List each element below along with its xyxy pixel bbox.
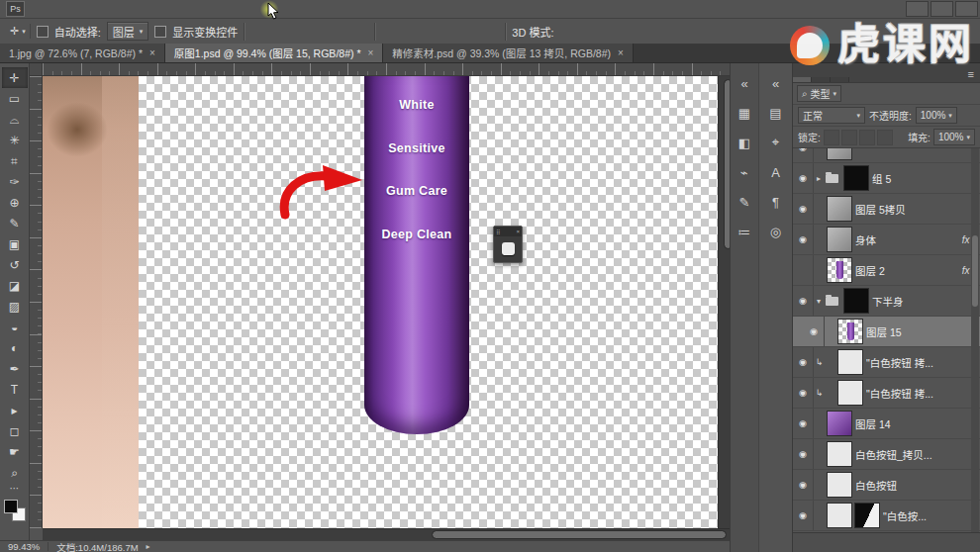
canvas[interactable]: White Sensitive Gum Care Deep Clean ⠿ × (43, 76, 730, 528)
zoom-tool[interactable]: ⌕ (2, 462, 28, 483)
move-tool[interactable]: ✛ (2, 67, 28, 88)
gradient-tool[interactable]: ▨ (2, 296, 28, 317)
menu-item[interactable] (142, 1, 155, 17)
panel-tab[interactable] (812, 77, 831, 82)
menu-item[interactable] (72, 1, 86, 17)
panel-menu-icon[interactable]: ≡ (962, 68, 980, 82)
marquee-tool[interactable]: ▭ (2, 88, 28, 109)
layer-row[interactable]: ◉ ↳ 身体 fx ▾ (793, 225, 980, 255)
visibility-toggle[interactable]: ◉ (793, 439, 814, 469)
navigator-panel-icon[interactable]: ⌖ (764, 131, 788, 154)
panel-tab[interactable] (793, 77, 812, 82)
hand-tool[interactable]: ☛ (2, 441, 28, 462)
lock-all-icon[interactable] (877, 130, 893, 145)
menu-item[interactable] (169, 1, 183, 17)
layer-name[interactable]: 图层 15 (866, 324, 980, 339)
layer-thumbnail[interactable] (838, 350, 862, 374)
close-button[interactable] (955, 1, 978, 17)
layer-thumbnail[interactable] (828, 258, 851, 282)
app-icon[interactable]: Ps (6, 1, 25, 17)
clone-source-panel-icon[interactable]: ◎ (764, 220, 788, 243)
menu-item[interactable] (86, 1, 100, 17)
layer-row[interactable]: ◉ ↳ 白色按钮 fx ▾ (793, 470, 980, 501)
close-icon[interactable]: × (149, 47, 155, 58)
eraser-tool[interactable]: ◪ (2, 275, 28, 296)
visibility-toggle[interactable]: ◉ (793, 470, 814, 500)
align-vcenter-icon[interactable] (270, 23, 289, 40)
color-chips[interactable] (4, 500, 26, 521)
layer-name[interactable]: 图层 5拷贝 (855, 202, 980, 217)
scrollbar-thumb[interactable] (972, 235, 978, 307)
3d-scale-icon[interactable] (639, 23, 658, 40)
align-bottom-icon[interactable] (290, 23, 309, 40)
menu-item[interactable] (58, 1, 72, 17)
scrollbar-thumb[interactable] (433, 531, 726, 538)
layer-thumbnail[interactable] (828, 504, 851, 527)
shape-tool[interactable]: ◻ (2, 420, 28, 441)
restore-button[interactable] (931, 1, 953, 17)
floating-mini-panel[interactable]: ⠿ × (493, 226, 523, 263)
lock-pixels-icon[interactable] (841, 130, 857, 145)
lock-transparency-icon[interactable] (824, 130, 839, 145)
filter-shape-icon[interactable] (897, 86, 914, 102)
menu-item[interactable] (155, 1, 169, 17)
layer-row[interactable]: ◉ ↳ fx ▾ (793, 148, 980, 163)
layer-row[interactable]: ◉ ↳ "白色按... fx ▾ (793, 501, 980, 531)
quick-selection-tool[interactable]: ✳ (2, 130, 28, 150)
type-tool[interactable]: T (2, 379, 28, 400)
document-tab[interactable]: 原图1.psd @ 99.4% (图层 15, RGB/8#) * × (165, 44, 384, 62)
show-transform-checkbox[interactable] (154, 26, 166, 38)
pen-tool[interactable]: ✒ (2, 358, 28, 379)
lock-position-icon[interactable] (859, 130, 875, 145)
collapse-panels2-icon[interactable]: « (764, 71, 788, 95)
visibility-toggle[interactable]: ◉ (793, 347, 814, 377)
visibility-toggle[interactable]: ◉ (793, 225, 814, 254)
layer-thumbnail[interactable] (844, 166, 868, 190)
layer-name[interactable]: 身体 (855, 232, 962, 247)
document-tab[interactable]: 精修素材.psd @ 39.3% (图层 13 拷贝, RGB/8#) × (383, 44, 634, 62)
filter-pixel-icon[interactable] (843, 86, 860, 102)
path-selection-tool[interactable]: ▸ (2, 400, 28, 420)
blend-mode-dropdown[interactable]: 正常 ▾ (798, 107, 865, 124)
align-hcenter-icon[interactable] (330, 23, 348, 40)
layer-thumbnail[interactable] (844, 289, 868, 313)
layer-name[interactable]: 图层 2 (855, 263, 962, 278)
filter-type-dropdown[interactable]: ⌕ 类型 ▾ (797, 85, 841, 102)
close-icon[interactable]: × (516, 229, 520, 234)
3d-rotate-icon[interactable] (560, 23, 579, 40)
layer-name[interactable]: 白色按钮_拷贝... (855, 447, 980, 462)
spot-healing-tool[interactable]: ⊕ (2, 192, 28, 213)
tool-preset-picker[interactable]: ✛ ▾ (6, 24, 31, 39)
visibility-toggle[interactable]: ◉ (793, 148, 814, 162)
layer-thumbnail[interactable] (838, 381, 862, 405)
eyedropper-tool[interactable]: ✑ (2, 171, 28, 192)
brush-tool[interactable]: ✎ (2, 213, 28, 233)
layer-thumbnail[interactable] (828, 412, 851, 435)
menu-item[interactable] (31, 1, 45, 17)
visibility-toggle[interactable]: ◉ (793, 378, 814, 408)
brush-panel-icon[interactable]: ✎ (733, 190, 756, 214)
layer-name[interactable]: 下半身 (872, 294, 980, 309)
filter-adjustment-icon[interactable] (861, 86, 878, 102)
layer-thumbnail[interactable] (828, 228, 851, 251)
layer-row[interactable]: ◉ ↳ "白色按钮 拷... fx ▾ (793, 378, 980, 409)
layer-row[interactable]: ◉ ↳ ▾ 下半身 fx ▾ (793, 286, 980, 317)
layer-row[interactable]: ◉ ↳ ▸ 组 5 fx ▾ (793, 163, 980, 194)
visibility-toggle[interactable]: ◉ (793, 255, 814, 285)
minimize-button[interactable] (906, 1, 929, 17)
layer-row[interactable]: ◉ ↳ 图层 5拷贝 fx ▾ (793, 194, 980, 225)
lasso-tool[interactable]: ⌓ (2, 109, 28, 130)
layer-name[interactable]: "白色按... (883, 508, 980, 523)
visibility-toggle[interactable]: ◉ (793, 501, 814, 530)
distribute-right-icon[interactable] (480, 23, 499, 40)
layers-scrollbar[interactable] (971, 148, 979, 532)
layer-name[interactable]: 白色按钮 (855, 478, 980, 493)
blur-tool[interactable]: ◒ (2, 317, 28, 337)
menu-item[interactable] (114, 1, 128, 17)
adjustments-panel-icon[interactable]: ◧ (733, 131, 756, 154)
color-panel-icon[interactable]: ▦ (733, 101, 756, 125)
paragraph-panel-icon[interactable]: ¶ (764, 190, 788, 214)
canvas-vertical-scrollbar[interactable] (718, 76, 730, 528)
layer-thumbnail[interactable] (828, 197, 851, 221)
layer-name[interactable]: "白色按钮 拷... (866, 386, 980, 401)
